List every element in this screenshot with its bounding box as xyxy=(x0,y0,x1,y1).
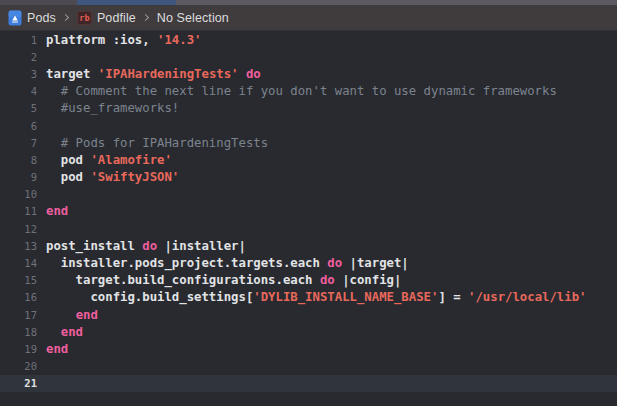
code-line[interactable]: 14 installer.pods_project.targets.each d… xyxy=(0,254,617,271)
code-line[interactable]: 15 target.build_configurations.each do |… xyxy=(0,272,617,289)
line-number[interactable]: 18 xyxy=(0,326,37,338)
code-line[interactable]: 3target 'IPAHardeningTests' do xyxy=(0,65,617,82)
breadcrumb-item-podfile[interactable]: rb Podfile xyxy=(77,11,136,25)
code-line[interactable]: 4 # Comment the next line if you don't w… xyxy=(0,83,617,100)
code-line[interactable]: 6 xyxy=(0,117,617,134)
line-number[interactable]: 2 xyxy=(0,51,37,63)
breadcrumb: Pods rb Podfile No Selection xyxy=(0,5,617,31)
code-line[interactable]: 17 end xyxy=(0,306,617,323)
line-number[interactable]: 20 xyxy=(0,360,37,372)
code-line[interactable]: 16 config.build_settings['DYLIB_INSTALL_… xyxy=(0,289,617,306)
code-line[interactable]: 19end xyxy=(0,340,617,357)
code-line[interactable]: 7 # Pods for IPAHardeningTests xyxy=(0,134,617,151)
line-number[interactable]: 7 xyxy=(0,137,37,149)
code-line[interactable]: 1platform :ios, '14.3' xyxy=(0,31,617,48)
code-text: installer.pods_project.targets.each do |… xyxy=(46,256,409,270)
breadcrumb-item-pods[interactable]: Pods xyxy=(8,10,56,26)
line-number[interactable]: 17 xyxy=(0,309,37,321)
line-number[interactable]: 11 xyxy=(0,205,37,217)
code-text: #use_frameworks! xyxy=(46,101,179,115)
code-line[interactable]: 8 pod 'Alamofire' xyxy=(0,151,617,168)
line-number[interactable]: 12 xyxy=(0,223,37,235)
line-number[interactable]: 9 xyxy=(0,171,37,183)
line-number[interactable]: 15 xyxy=(0,274,37,286)
chevron-right-icon xyxy=(62,14,69,21)
code-line[interactable]: 12 xyxy=(0,220,617,237)
line-number[interactable]: 6 xyxy=(0,120,37,132)
ruby-file-icon: rb xyxy=(77,11,92,25)
breadcrumb-label: Podfile xyxy=(97,11,136,25)
line-number[interactable]: 1 xyxy=(0,34,37,46)
code-text: config.build_settings['DYLIB_INSTALL_NAM… xyxy=(46,290,586,304)
code-line[interactable]: 13post_install do |installer| xyxy=(0,237,617,254)
code-line[interactable]: 20 xyxy=(0,358,617,375)
xcode-window: Pods rb Podfile No Selection 1platform :… xyxy=(0,0,617,406)
line-number[interactable]: 21 xyxy=(0,377,37,389)
line-number[interactable]: 4 xyxy=(0,85,37,97)
code-text: pod 'SwiftyJSON' xyxy=(46,170,179,184)
line-number[interactable]: 19 xyxy=(0,343,37,355)
code-editor[interactable]: 1platform :ios, '14.3'23target 'IPAHarde… xyxy=(0,31,617,406)
line-number[interactable]: 14 xyxy=(0,257,37,269)
code-text: # Pods for IPAHardeningTests xyxy=(46,136,268,150)
code-line[interactable]: 18 end xyxy=(0,323,617,340)
breadcrumb-label: Pods xyxy=(27,11,56,25)
code-text: end xyxy=(46,325,83,339)
breadcrumb-label: No Selection xyxy=(157,11,229,25)
code-text: platform :ios, '14.3' xyxy=(46,33,201,47)
line-number[interactable]: 16 xyxy=(0,291,37,303)
code-line[interactable]: 11end xyxy=(0,203,617,220)
code-text: end xyxy=(46,204,68,218)
code-text: target 'IPAHardeningTests' do xyxy=(46,67,261,81)
code-line[interactable]: 21 xyxy=(0,375,617,392)
line-number[interactable]: 8 xyxy=(0,154,37,166)
pods-project-icon xyxy=(8,10,22,26)
code-text: end xyxy=(46,342,68,356)
code-area: 1platform :ios, '14.3'23target 'IPAHarde… xyxy=(0,31,617,392)
code-line[interactable]: 10 xyxy=(0,186,617,203)
code-line[interactable]: 2 xyxy=(0,48,617,65)
line-number[interactable]: 10 xyxy=(0,188,37,200)
line-number[interactable]: 5 xyxy=(0,102,37,114)
code-text: pod 'Alamofire' xyxy=(46,153,172,167)
line-number[interactable]: 13 xyxy=(0,240,37,252)
code-text: end xyxy=(46,308,98,322)
line-number[interactable]: 3 xyxy=(0,68,37,80)
breadcrumb-item-no-selection[interactable]: No Selection xyxy=(157,11,229,25)
code-text: target.build_configurations.each do |con… xyxy=(46,273,401,287)
chevron-right-icon xyxy=(142,14,149,21)
code-line[interactable]: 5 #use_frameworks! xyxy=(0,100,617,117)
code-text: post_install do |installer| xyxy=(46,239,246,253)
code-text: # Comment the next line if you don't wan… xyxy=(46,84,557,98)
code-line[interactable]: 9 pod 'SwiftyJSON' xyxy=(0,169,617,186)
